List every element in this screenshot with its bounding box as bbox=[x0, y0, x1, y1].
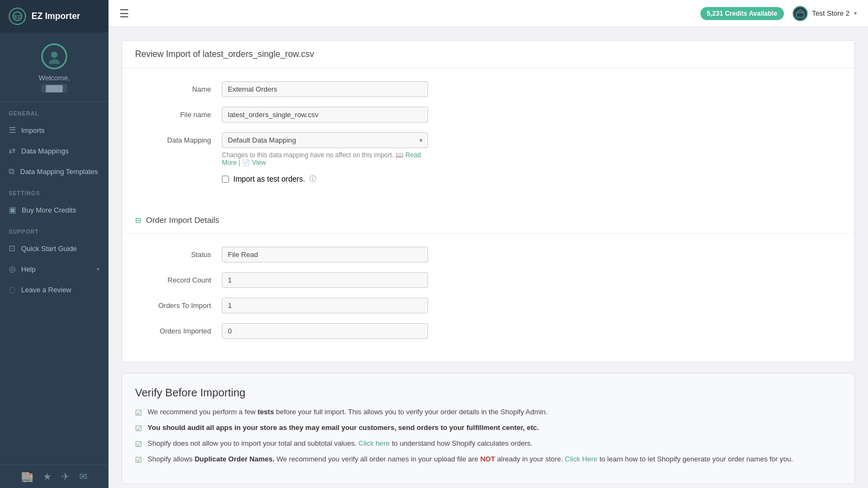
data-mapping-row: Data Mapping Default Data Mapping ▾ Chan… bbox=[135, 132, 841, 184]
verify-card: Verify Before Importing ☑ We recommend y… bbox=[122, 373, 855, 484]
sidebar-item-label: Data Mappings bbox=[21, 147, 68, 155]
store-dropdown-arrow: ▾ bbox=[854, 10, 857, 17]
verify-text-4: Shopify allows Duplicate Order Names. We… bbox=[148, 455, 793, 463]
store-icon-bottom[interactable]: 🏬 bbox=[21, 471, 33, 483]
import-test-checkbox[interactable] bbox=[222, 176, 229, 183]
hamburger-menu[interactable]: ☰ bbox=[119, 7, 129, 20]
svg-rect-4 bbox=[796, 12, 804, 17]
svg-point-2 bbox=[51, 52, 58, 58]
card-body: Name File name Data Mapping Default Data… bbox=[122, 68, 854, 207]
verify-text-1: We recommend you perform a few tests bef… bbox=[148, 408, 547, 416]
sidebar-item-data-mapping-templates[interactable]: ⧉ Data Mapping Templates bbox=[0, 161, 108, 182]
sidebar-header: EZ EZ Importer bbox=[0, 0, 108, 33]
page-title: Review Import of latest_orders_single_ro… bbox=[135, 49, 841, 59]
main: ☰ 5,231 Credits Available Test Store 2 ▾… bbox=[108, 0, 868, 488]
store-avatar bbox=[793, 6, 808, 21]
sidebar-item-label: Leave a Review bbox=[21, 286, 72, 294]
section-label-support: SUPPORT bbox=[0, 220, 108, 238]
info-icon[interactable]: ⓘ bbox=[309, 174, 316, 184]
svg-text:EZ: EZ bbox=[14, 14, 21, 20]
orders-to-import-label: Orders To Import bbox=[135, 298, 222, 310]
verify-title: Verify Before Importing bbox=[135, 387, 841, 399]
verify-item-4: ☑ Shopify allows Duplicate Order Names. … bbox=[135, 455, 841, 464]
record-count-value: 1 bbox=[222, 272, 428, 288]
order-import-body: Status File Read Record Count 1 Orders T… bbox=[122, 234, 854, 362]
svg-point-3 bbox=[49, 59, 60, 64]
import-test-label: Import as test orders. bbox=[233, 175, 305, 183]
welcome-text: Welcome, bbox=[39, 74, 70, 82]
name-input[interactable] bbox=[222, 81, 428, 97]
sidebar-item-label: Help bbox=[21, 265, 36, 273]
file-name-input[interactable] bbox=[222, 107, 428, 123]
mail-icon[interactable]: ✉ bbox=[79, 471, 87, 483]
orders-imported-value: 0 bbox=[222, 323, 428, 339]
verify-item-2: ☑ You should audit all apps in your stor… bbox=[135, 423, 841, 433]
main-card: Review Import of latest_orders_single_ro… bbox=[122, 40, 855, 362]
order-import-details-heading: ⊟ Order Import Details bbox=[122, 207, 854, 234]
app-logo: EZ bbox=[9, 8, 26, 25]
check-icon-3: ☑ bbox=[135, 440, 142, 448]
sidebar-item-imports[interactable]: ☰ Imports bbox=[0, 120, 108, 140]
help-icon: ◎ bbox=[9, 264, 16, 274]
check-icon-1: ☑ bbox=[135, 408, 142, 417]
section-label-settings: SETTINGS bbox=[0, 182, 108, 200]
quick-start-icon: ⊡ bbox=[9, 243, 16, 253]
buy-credits-icon: ▣ bbox=[9, 205, 16, 215]
sidebar-bottom: 🏬 ★ ✈ ✉ bbox=[0, 465, 108, 488]
verify-text-2: You should audit all apps in your store … bbox=[148, 423, 539, 432]
review-icon: ◌ bbox=[9, 285, 16, 294]
data-mapping-templates-icon: ⧉ bbox=[9, 166, 15, 176]
click-here-link-2[interactable]: Click Here bbox=[565, 455, 597, 463]
avatar bbox=[41, 43, 67, 69]
name-label: Name bbox=[135, 81, 222, 93]
sidebar-item-label: Buy More Credits bbox=[22, 206, 76, 214]
store-selector[interactable]: Test Store 2 ▾ bbox=[793, 6, 857, 21]
data-mappings-icon: ⇄ bbox=[9, 146, 16, 156]
record-count-label: Record Count bbox=[135, 272, 222, 284]
sidebar-item-label: Data Mapping Templates bbox=[20, 168, 98, 176]
orders-to-import-row: Orders To Import 1 bbox=[135, 298, 841, 313]
orders-imported-row: Orders Imported 0 bbox=[135, 323, 841, 339]
name-row: Name bbox=[135, 81, 841, 97]
section-title: Order Import Details bbox=[146, 215, 219, 224]
import-test-row: Import as test orders. ⓘ bbox=[222, 174, 428, 184]
verify-text-3: Shopify does not allow you to import you… bbox=[148, 439, 533, 447]
orders-to-import-value: 1 bbox=[222, 298, 428, 313]
sidebar: EZ EZ Importer Welcome, ████ GENERAL ☰ I… bbox=[0, 0, 108, 488]
file-name-row: File name bbox=[135, 107, 841, 123]
data-mapping-hint: Changes to this data mapping have no aff… bbox=[222, 151, 428, 166]
verify-item-3: ☑ Shopify does not allow you to import y… bbox=[135, 439, 841, 448]
sidebar-item-data-mappings[interactable]: ⇄ Data Mappings bbox=[0, 140, 108, 161]
status-value: File Read bbox=[222, 247, 428, 262]
sidebar-item-quick-start-guide[interactable]: ⊡ Quick Start Guide bbox=[0, 238, 108, 259]
verify-item-1: ☑ We recommend you perform a few tests b… bbox=[135, 408, 841, 417]
sidebar-item-help[interactable]: ◎ Help ▾ bbox=[0, 259, 108, 279]
sidebar-item-leave-a-review[interactable]: ◌ Leave a Review bbox=[0, 279, 108, 300]
store-name: Test Store 2 bbox=[812, 9, 850, 17]
check-icon-4: ☑ bbox=[135, 455, 142, 464]
data-mapping-select[interactable]: Default Data Mapping bbox=[222, 132, 428, 148]
chevron-down-icon: ▾ bbox=[97, 266, 100, 273]
rocket-icon[interactable]: ✈ bbox=[61, 471, 69, 483]
help-left: ◎ Help bbox=[9, 264, 36, 274]
book-icon: 📖 bbox=[395, 151, 404, 159]
data-mapping-select-wrapper: Default Data Mapping ▾ bbox=[222, 132, 428, 148]
file-name-label: File name bbox=[135, 107, 222, 119]
toggle-icon[interactable]: ⊟ bbox=[135, 216, 142, 224]
topbar-right: 5,231 Credits Available Test Store 2 ▾ bbox=[700, 6, 857, 21]
user-badge: ████ bbox=[41, 84, 67, 93]
card-header: Review Import of latest_orders_single_ro… bbox=[122, 41, 854, 68]
view-link[interactable]: View bbox=[252, 159, 266, 166]
click-here-link-1[interactable]: Click here bbox=[359, 439, 390, 447]
credits-badge[interactable]: 5,231 Credits Available bbox=[700, 7, 784, 20]
section-label-general: GENERAL bbox=[0, 102, 108, 120]
data-mapping-label: Data Mapping bbox=[135, 132, 222, 144]
sidebar-user: Welcome, ████ bbox=[0, 33, 108, 102]
sidebar-item-buy-more-credits[interactable]: ▣ Buy More Credits bbox=[0, 200, 108, 220]
check-icon-2: ☑ bbox=[135, 424, 142, 433]
sidebar-item-label: Imports bbox=[21, 126, 44, 134]
topbar: ☰ 5,231 Credits Available Test Store 2 ▾ bbox=[108, 0, 868, 27]
star-icon[interactable]: ★ bbox=[43, 471, 52, 483]
imports-icon: ☰ bbox=[9, 125, 16, 135]
status-row: Status File Read bbox=[135, 247, 841, 262]
